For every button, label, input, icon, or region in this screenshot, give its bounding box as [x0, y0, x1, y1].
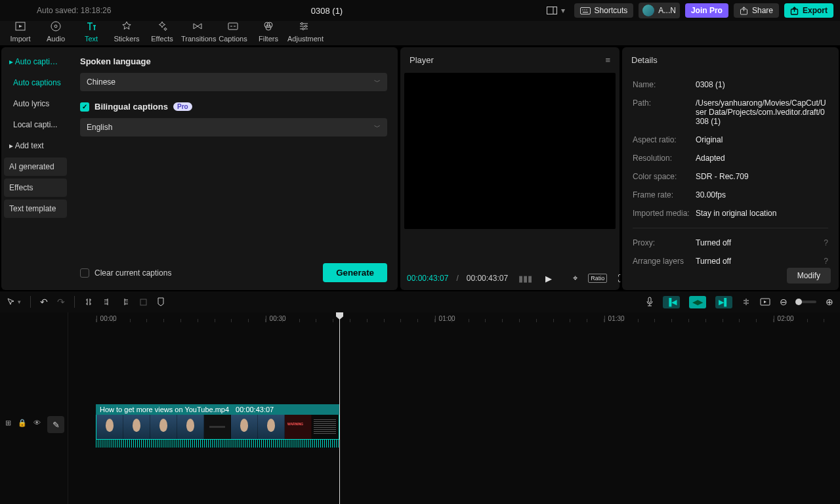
- detail-proxy-value: Turned off: [696, 238, 731, 247]
- layout-icon: [547, 7, 557, 14]
- project-title: 0308 (1): [311, 6, 343, 16]
- record-audio-button[interactable]: [646, 297, 654, 307]
- join-pro-button[interactable]: Join Pro: [685, 3, 728, 18]
- sidenav-add-text-group[interactable]: ▸ Add text: [4, 136, 67, 155]
- keyboard-icon: [580, 7, 591, 14]
- sidenav-text-template[interactable]: Text template: [4, 200, 67, 218]
- clear-captions-checkbox[interactable]: Clear current captions: [80, 268, 171, 278]
- detail-framerate-label: Frame rate:: [633, 190, 696, 200]
- magnet-right-button[interactable]: ▶▌: [715, 296, 732, 308]
- tab-transitions[interactable]: Transitions: [181, 20, 214, 45]
- arrange-help-icon[interactable]: ?: [824, 257, 828, 266]
- sidenav-auto-lyrics[interactable]: Auto lyrics: [4, 94, 67, 113]
- detail-resolution-value: Adapted: [696, 154, 828, 163]
- timecode-total: 00:00:43:07: [467, 274, 508, 283]
- clip-thumb: [177, 415, 204, 439]
- clip-thumb: [204, 415, 231, 439]
- redo-button[interactable]: ↷: [57, 297, 65, 307]
- proxy-help-icon[interactable]: ?: [824, 238, 828, 247]
- svg-rect-0: [547, 7, 556, 14]
- svg-point-4: [584, 9, 585, 10]
- zoom-slider[interactable]: [797, 301, 816, 303]
- magnet-left-button[interactable]: ▐◀: [663, 296, 680, 308]
- timeline-ruler[interactable]: 00:00 00:30 01:00 01:30 02:00: [68, 312, 840, 327]
- detail-aspect-label: Aspect ratio:: [633, 135, 696, 144]
- split-right-button[interactable]: [121, 297, 130, 306]
- zoom-out-button[interactable]: ⊖: [780, 297, 788, 307]
- sidenav-auto-captions-group[interactable]: ▸ Auto captions: [4, 52, 67, 71]
- modify-button[interactable]: Modify: [787, 268, 831, 284]
- lock-track-icon[interactable]: 🔒: [18, 419, 27, 427]
- track-edit-button[interactable]: ✎: [47, 416, 64, 433]
- export-button[interactable]: Export: [784, 3, 833, 18]
- generate-button[interactable]: Generate: [323, 263, 387, 282]
- clip-duration: 00:00:43:07: [236, 406, 274, 413]
- timeline-clip[interactable]: How to get more views on YouTube.mp4 00:…: [96, 404, 339, 448]
- play-button[interactable]: ▶: [543, 272, 555, 285]
- preview-toggle-button[interactable]: [760, 298, 770, 306]
- avatar-icon: [642, 5, 654, 16]
- undo-button[interactable]: ↶: [40, 297, 48, 307]
- ratio-button[interactable]: Ratio: [588, 274, 607, 283]
- align-button[interactable]: [742, 297, 751, 306]
- tab-filters[interactable]: Filters: [252, 20, 285, 45]
- tab-adjustment[interactable]: Adjustment: [287, 20, 320, 45]
- spoken-language-select[interactable]: Chinese ﹀: [80, 73, 387, 91]
- export-label: Export: [803, 6, 828, 15]
- tab-effects[interactable]: Effects: [146, 20, 178, 45]
- tab-audio[interactable]: Audio: [39, 20, 72, 45]
- layout-button[interactable]: ▾: [543, 3, 569, 18]
- sidenav-local-captions[interactable]: Local capti...: [4, 116, 67, 134]
- bilingual-language-value: English: [87, 123, 112, 132]
- ruler-mark: 02:00: [773, 315, 794, 322]
- tab-import[interactable]: Import: [4, 20, 37, 45]
- clip-thumb: [123, 415, 150, 439]
- svg-point-5: [586, 9, 587, 10]
- sidenav-ai-generated[interactable]: AI generated: [4, 158, 67, 176]
- visibility-icon[interactable]: 👁: [33, 419, 41, 427]
- svg-rect-2: [580, 7, 590, 14]
- detail-arrange-value: Turned off: [696, 257, 731, 266]
- player-preview[interactable]: [404, 73, 616, 229]
- sidenav-effects[interactable]: Effects: [4, 178, 67, 197]
- magnet-center-button[interactable]: ◀▶: [689, 296, 706, 308]
- stickers-icon: [121, 20, 133, 32]
- share-button[interactable]: Share: [734, 3, 779, 18]
- svg-point-18: [303, 28, 304, 30]
- bilingual-checkbox[interactable]: ✓: [80, 102, 89, 112]
- ruler-mark: 00:30: [265, 315, 286, 322]
- clip-thumb: [312, 415, 339, 439]
- safe-zone-icon[interactable]: ⌖: [570, 272, 580, 285]
- delete-button[interactable]: [139, 298, 148, 306]
- pro-badge: Pro: [173, 102, 192, 111]
- svg-point-10: [51, 22, 60, 31]
- detail-imported-label: Imported media:: [633, 209, 696, 218]
- player-menu-icon[interactable]: ≡: [605, 55, 610, 65]
- split-button[interactable]: [84, 297, 93, 306]
- ruler-mark: 01:00: [434, 315, 455, 322]
- clip-filename: How to get more views on YouTube.mp4: [100, 406, 229, 413]
- clip-thumb: [285, 415, 312, 439]
- clip-thumb: [96, 415, 123, 439]
- tab-stickers[interactable]: Stickers: [110, 20, 143, 45]
- svg-rect-12: [228, 23, 238, 30]
- transitions-icon: [192, 20, 203, 32]
- marker-button[interactable]: [157, 297, 165, 306]
- detail-name-label: Name:: [633, 80, 696, 89]
- shortcuts-button[interactable]: Shortcuts: [574, 3, 634, 18]
- bilingual-language-select[interactable]: English ﹀: [80, 118, 387, 136]
- sidenav-auto-captions[interactable]: Auto captions: [4, 74, 67, 92]
- zoom-in-button[interactable]: ⊕: [826, 297, 833, 307]
- playhead[interactable]: [339, 312, 340, 504]
- add-track-icon[interactable]: ⊞: [5, 419, 11, 427]
- timecode-current: 00:00:43:07: [407, 274, 448, 283]
- tab-text[interactable]: Text: [75, 20, 108, 45]
- thumbnail-list-icon[interactable]: ▮▮▮: [516, 272, 535, 285]
- split-left-button[interactable]: [102, 297, 112, 306]
- tab-captions[interactable]: Captions: [217, 20, 249, 45]
- account-button[interactable]: A...N: [639, 3, 680, 18]
- share-icon: [740, 7, 748, 15]
- filters-icon: [262, 20, 274, 32]
- account-label: A...N: [658, 6, 676, 15]
- cursor-tool[interactable]: ▾: [7, 297, 21, 306]
